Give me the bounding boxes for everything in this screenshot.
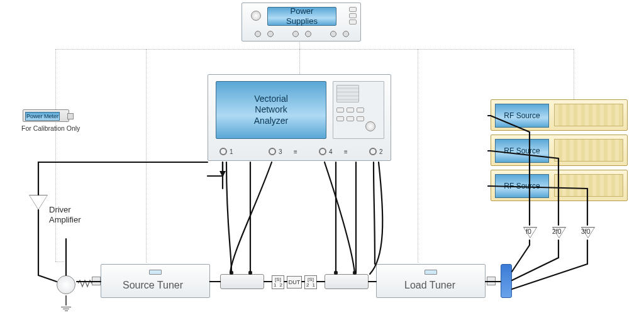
ps-port xyxy=(255,31,261,37)
vna-port-4-label: 4 xyxy=(329,148,333,155)
s-top: [S] xyxy=(305,277,316,282)
vna-panel-grid xyxy=(336,85,359,102)
rf-source-3-panel xyxy=(554,174,623,197)
power-meter: Power Meter xyxy=(23,109,69,122)
termination-icon xyxy=(78,279,92,288)
vna-port-1-label: 1 xyxy=(230,148,233,155)
power-meter-footnote: For Calibration Only xyxy=(21,124,80,132)
bus-to-loadtuner xyxy=(418,49,418,263)
rf-source-2: RF Source xyxy=(491,135,628,166)
bus-outline xyxy=(55,49,574,50)
s-bl: 1 xyxy=(274,282,276,288)
vna-port-1 xyxy=(219,148,227,155)
s-br: 1 xyxy=(313,282,315,288)
vna-port-2 xyxy=(369,148,377,155)
rf-source-1-panel xyxy=(554,104,623,126)
ps-port xyxy=(305,31,311,37)
svg-marker-0 xyxy=(219,171,226,177)
vna-btns xyxy=(336,107,364,113)
source-tuner-led xyxy=(149,270,162,275)
driver-amp-tri-fill xyxy=(30,195,47,209)
bus-to-vna xyxy=(299,49,300,74)
connector xyxy=(92,277,101,285)
ground-bars xyxy=(61,305,71,312)
ps-port xyxy=(267,31,274,37)
load-tuner: Load Tuner xyxy=(376,264,486,298)
vna-port-3 xyxy=(269,148,276,155)
filter-2f0-label: 2f0 xyxy=(552,228,562,235)
source-tuner: Source Tuner xyxy=(101,264,210,298)
load-tuner-led xyxy=(425,270,437,275)
s-block-left: [S] 1 2 xyxy=(272,275,284,289)
vna-port-3-label: 3 xyxy=(279,148,282,155)
power-meter-screen: Power Meter xyxy=(25,112,60,121)
ps-buttons xyxy=(349,7,357,25)
bus-down-left xyxy=(55,261,64,262)
power-meter-connector xyxy=(67,113,74,119)
rf-source-3-screen: RF Source xyxy=(495,174,549,198)
ps-port xyxy=(330,31,336,37)
dut: DUT xyxy=(287,276,302,289)
connector xyxy=(487,277,496,285)
filter-3f0-label: 3f0 xyxy=(581,228,591,235)
ps-port xyxy=(343,31,349,37)
ps-icon xyxy=(251,11,261,21)
rf-source-3: RF Source xyxy=(491,170,628,201)
vna-port-2-label: 2 xyxy=(379,148,383,155)
load-tuner-label: Load Tuner xyxy=(404,280,455,291)
bus-right xyxy=(574,49,574,99)
bus-left xyxy=(55,49,56,261)
rf-source-2-screen: RF Source xyxy=(495,139,549,163)
vna-btns xyxy=(336,116,364,121)
s-br: 2 xyxy=(280,282,282,288)
coupler-left xyxy=(220,274,264,289)
bus-to-srctuner xyxy=(146,49,147,263)
vna-knob xyxy=(365,121,375,131)
s-block-right: [S] 2 1 xyxy=(304,275,317,289)
coupler-right xyxy=(325,274,369,289)
ground-icon xyxy=(65,295,67,305)
ps-port xyxy=(292,31,299,37)
source-tuner-label: Source Tuner xyxy=(123,280,183,291)
driver-amp-label: Driver Amplifier xyxy=(49,205,81,224)
vna-port-4 xyxy=(319,148,326,155)
power-supplies: Power Supplies xyxy=(242,3,361,41)
circulator-icon xyxy=(57,275,75,294)
multiplexer-icon xyxy=(501,264,512,298)
vna-screen: Vectorial Network Analyzer xyxy=(216,81,326,139)
vna: Vectorial Network Analyzer 1 3 4 2 ≡ ≡ xyxy=(208,74,391,161)
s-top: [S] xyxy=(272,277,284,282)
power-supplies-screen: Power Supplies xyxy=(267,7,336,26)
s-bl: 2 xyxy=(306,282,309,288)
rf-source-1-screen: RF Source xyxy=(495,104,549,128)
vna-port-sep: ≡ xyxy=(344,148,348,155)
filter-f0-label: f0 xyxy=(526,228,531,235)
vna-port-sep: ≡ xyxy=(294,148,297,155)
rf-source-2-panel xyxy=(554,139,623,162)
rf-source-1: RF Source xyxy=(491,99,628,131)
